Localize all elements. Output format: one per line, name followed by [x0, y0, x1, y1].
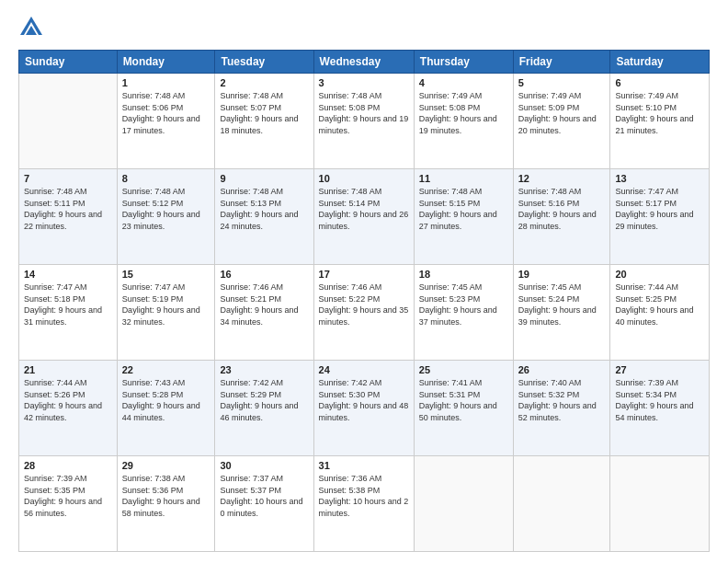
- page: SundayMondayTuesdayWednesdayThursdayFrid…: [0, 0, 728, 563]
- day-cell: 30Sunrise: 7:37 AMSunset: 5:37 PMDayligh…: [215, 456, 313, 552]
- day-number: 13: [615, 173, 704, 184]
- day-cell: 13Sunrise: 7:47 AMSunset: 5:17 PMDayligh…: [610, 169, 710, 265]
- day-number: 21: [24, 364, 112, 375]
- day-cell: 23Sunrise: 7:42 AMSunset: 5:29 PMDayligh…: [215, 361, 313, 456]
- day-info: Sunrise: 7:48 AMSunset: 5:08 PMDaylight:…: [319, 90, 409, 136]
- day-info: Sunrise: 7:44 AMSunset: 5:25 PMDaylight:…: [615, 282, 704, 327]
- day-cell: 21Sunrise: 7:44 AMSunset: 5:26 PMDayligh…: [19, 361, 118, 456]
- day-number: 7: [24, 173, 112, 184]
- day-info: Sunrise: 7:48 AMSunset: 5:16 PMDaylight:…: [518, 186, 606, 232]
- day-info: Sunrise: 7:46 AMSunset: 5:22 PMDaylight:…: [319, 282, 409, 327]
- week-row-5: 28Sunrise: 7:39 AMSunset: 5:35 PMDayligh…: [19, 456, 710, 552]
- day-number: 16: [220, 269, 308, 280]
- column-header-wednesday: Wednesday: [313, 51, 414, 74]
- header-row: SundayMondayTuesdayWednesdayThursdayFrid…: [19, 51, 710, 74]
- day-cell: 8Sunrise: 7:48 AMSunset: 5:12 PMDaylight…: [117, 169, 215, 265]
- day-info: Sunrise: 7:49 AMSunset: 5:10 PMDaylight:…: [615, 90, 704, 136]
- day-number: 17: [319, 269, 409, 280]
- day-info: Sunrise: 7:39 AMSunset: 5:34 PMDaylight:…: [615, 377, 704, 423]
- day-info: Sunrise: 7:42 AMSunset: 5:29 PMDaylight:…: [220, 377, 308, 423]
- day-cell: 10Sunrise: 7:48 AMSunset: 5:14 PMDayligh…: [313, 169, 414, 265]
- day-cell: [610, 456, 710, 552]
- day-info: Sunrise: 7:48 AMSunset: 5:11 PMDaylight:…: [24, 186, 112, 232]
- day-number: 8: [122, 173, 210, 184]
- day-number: 15: [122, 269, 210, 280]
- column-header-tuesday: Tuesday: [215, 51, 313, 74]
- day-info: Sunrise: 7:41 AMSunset: 5:31 PMDaylight:…: [419, 377, 508, 423]
- column-header-thursday: Thursday: [414, 51, 513, 74]
- day-cell: 25Sunrise: 7:41 AMSunset: 5:31 PMDayligh…: [414, 361, 513, 456]
- day-number: 31: [319, 460, 409, 471]
- day-number: 28: [24, 460, 112, 471]
- header: [18, 15, 710, 40]
- day-info: Sunrise: 7:39 AMSunset: 5:35 PMDaylight:…: [24, 473, 112, 519]
- column-header-saturday: Saturday: [610, 51, 710, 74]
- day-number: 6: [615, 77, 704, 88]
- day-number: 23: [220, 364, 308, 375]
- day-cell: 4Sunrise: 7:49 AMSunset: 5:08 PMDaylight…: [414, 74, 513, 169]
- day-info: Sunrise: 7:40 AMSunset: 5:32 PMDaylight:…: [518, 377, 606, 423]
- day-number: 14: [24, 269, 112, 280]
- day-number: 29: [122, 460, 210, 471]
- day-cell: 22Sunrise: 7:43 AMSunset: 5:28 PMDayligh…: [117, 361, 215, 456]
- day-number: 4: [419, 77, 508, 88]
- day-info: Sunrise: 7:44 AMSunset: 5:26 PMDaylight:…: [24, 377, 112, 423]
- day-info: Sunrise: 7:48 AMSunset: 5:06 PMDaylight:…: [122, 90, 210, 136]
- day-info: Sunrise: 7:48 AMSunset: 5:14 PMDaylight:…: [319, 186, 409, 232]
- day-cell: 1Sunrise: 7:48 AMSunset: 5:06 PMDaylight…: [117, 74, 215, 169]
- day-cell: 17Sunrise: 7:46 AMSunset: 5:22 PMDayligh…: [313, 265, 414, 361]
- day-info: Sunrise: 7:49 AMSunset: 5:09 PMDaylight:…: [518, 90, 606, 136]
- day-info: Sunrise: 7:42 AMSunset: 5:30 PMDaylight:…: [319, 377, 409, 423]
- day-number: 9: [220, 173, 308, 184]
- day-number: 1: [122, 77, 210, 88]
- day-cell: 27Sunrise: 7:39 AMSunset: 5:34 PMDayligh…: [610, 361, 710, 456]
- day-cell: 2Sunrise: 7:48 AMSunset: 5:07 PMDaylight…: [215, 74, 313, 169]
- day-number: 22: [122, 364, 210, 375]
- day-info: Sunrise: 7:45 AMSunset: 5:23 PMDaylight:…: [419, 282, 508, 327]
- day-number: 18: [419, 269, 508, 280]
- day-cell: [414, 456, 513, 552]
- day-number: 19: [518, 269, 606, 280]
- day-info: Sunrise: 7:48 AMSunset: 5:12 PMDaylight:…: [122, 186, 210, 232]
- day-number: 25: [419, 364, 508, 375]
- day-cell: 12Sunrise: 7:48 AMSunset: 5:16 PMDayligh…: [513, 169, 610, 265]
- week-row-3: 14Sunrise: 7:47 AMSunset: 5:18 PMDayligh…: [19, 265, 710, 361]
- day-cell: 3Sunrise: 7:48 AMSunset: 5:08 PMDaylight…: [313, 74, 414, 169]
- day-cell: 7Sunrise: 7:48 AMSunset: 5:11 PMDaylight…: [19, 169, 118, 265]
- day-cell: 20Sunrise: 7:44 AMSunset: 5:25 PMDayligh…: [610, 265, 710, 361]
- day-info: Sunrise: 7:45 AMSunset: 5:24 PMDaylight:…: [518, 282, 606, 327]
- day-cell: 11Sunrise: 7:48 AMSunset: 5:15 PMDayligh…: [414, 169, 513, 265]
- day-cell: 5Sunrise: 7:49 AMSunset: 5:09 PMDaylight…: [513, 74, 610, 169]
- week-row-2: 7Sunrise: 7:48 AMSunset: 5:11 PMDaylight…: [19, 169, 710, 265]
- day-cell: 28Sunrise: 7:39 AMSunset: 5:35 PMDayligh…: [19, 456, 118, 552]
- day-number: 26: [518, 364, 606, 375]
- day-info: Sunrise: 7:48 AMSunset: 5:13 PMDaylight:…: [220, 186, 308, 232]
- day-number: 11: [419, 173, 508, 184]
- column-header-friday: Friday: [513, 51, 610, 74]
- day-cell: 18Sunrise: 7:45 AMSunset: 5:23 PMDayligh…: [414, 265, 513, 361]
- day-number: 24: [319, 364, 409, 375]
- day-cell: [513, 456, 610, 552]
- day-info: Sunrise: 7:48 AMSunset: 5:15 PMDaylight:…: [419, 186, 508, 232]
- day-cell: 14Sunrise: 7:47 AMSunset: 5:18 PMDayligh…: [19, 265, 118, 361]
- logo: [18, 15, 48, 40]
- day-cell: 24Sunrise: 7:42 AMSunset: 5:30 PMDayligh…: [313, 361, 414, 456]
- day-cell: 26Sunrise: 7:40 AMSunset: 5:32 PMDayligh…: [513, 361, 610, 456]
- day-cell: 9Sunrise: 7:48 AMSunset: 5:13 PMDaylight…: [215, 169, 313, 265]
- logo-icon: [18, 15, 44, 40]
- day-number: 20: [615, 269, 704, 280]
- day-number: 12: [518, 173, 606, 184]
- day-info: Sunrise: 7:49 AMSunset: 5:08 PMDaylight:…: [419, 90, 508, 136]
- day-info: Sunrise: 7:36 AMSunset: 5:38 PMDaylight:…: [319, 473, 409, 519]
- day-number: 30: [220, 460, 308, 471]
- week-row-4: 21Sunrise: 7:44 AMSunset: 5:26 PMDayligh…: [19, 361, 710, 456]
- day-number: 3: [319, 77, 409, 88]
- day-info: Sunrise: 7:43 AMSunset: 5:28 PMDaylight:…: [122, 377, 210, 423]
- column-header-monday: Monday: [117, 51, 215, 74]
- day-info: Sunrise: 7:37 AMSunset: 5:37 PMDaylight:…: [220, 473, 308, 519]
- day-cell: 31Sunrise: 7:36 AMSunset: 5:38 PMDayligh…: [313, 456, 414, 552]
- day-cell: 16Sunrise: 7:46 AMSunset: 5:21 PMDayligh…: [215, 265, 313, 361]
- day-cell: 19Sunrise: 7:45 AMSunset: 5:24 PMDayligh…: [513, 265, 610, 361]
- day-info: Sunrise: 7:47 AMSunset: 5:18 PMDaylight:…: [24, 282, 112, 327]
- day-number: 5: [518, 77, 606, 88]
